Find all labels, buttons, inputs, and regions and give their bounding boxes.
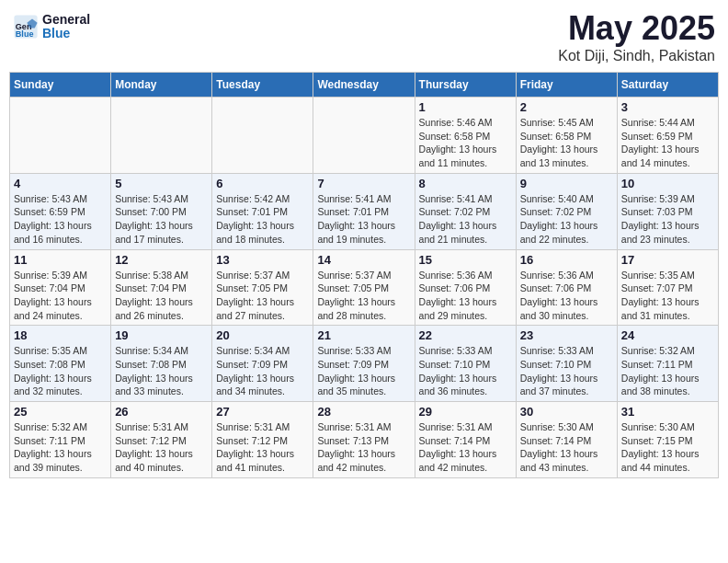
day-info: Sunrise: 5:34 AM Sunset: 7:09 PM Dayligh… (216, 344, 309, 398)
calendar-week-3: 11Sunrise: 5:39 AM Sunset: 7:04 PM Dayli… (10, 249, 719, 326)
day-info: Sunrise: 5:33 AM Sunset: 7:10 PM Dayligh… (520, 344, 613, 398)
day-number: 21 (317, 328, 410, 342)
day-number: 22 (419, 328, 512, 342)
day-number: 28 (317, 405, 410, 419)
day-number: 8 (419, 177, 512, 190)
day-number: 5 (115, 177, 208, 190)
day-info: Sunrise: 5:31 AM Sunset: 7:13 PM Dayligh… (317, 420, 410, 475)
calendar-week-2: 4Sunrise: 5:43 AM Sunset: 6:59 PM Daylig… (10, 173, 719, 249)
weekday-header-sunday: Sunday (10, 73, 111, 98)
logo-text: General Blue (42, 13, 90, 41)
page-title: May 2025 (558, 9, 715, 48)
weekday-header-friday: Friday (516, 73, 617, 98)
day-info: Sunrise: 5:36 AM Sunset: 7:06 PM Dayligh… (419, 269, 512, 323)
day-info: Sunrise: 5:33 AM Sunset: 7:10 PM Dayligh… (419, 344, 512, 398)
calendar-cell: 14Sunrise: 5:37 AM Sunset: 7:05 PM Dayli… (313, 249, 415, 326)
calendar-cell: 10Sunrise: 5:39 AM Sunset: 7:03 PM Dayli… (617, 173, 718, 249)
day-info: Sunrise: 5:39 AM Sunset: 7:03 PM Dayligh… (621, 192, 714, 247)
day-info: Sunrise: 5:41 AM Sunset: 7:02 PM Dayligh… (419, 192, 512, 247)
logo-blue: Blue (42, 27, 90, 40)
day-number: 29 (419, 405, 512, 419)
calendar-cell: 7Sunrise: 5:41 AM Sunset: 7:01 PM Daylig… (313, 173, 415, 249)
day-number: 16 (520, 253, 613, 267)
day-info: Sunrise: 5:40 AM Sunset: 7:02 PM Dayligh… (520, 192, 613, 247)
logo-general: General (42, 13, 90, 27)
day-number: 30 (520, 405, 613, 419)
calendar-cell: 31Sunrise: 5:30 AM Sunset: 7:15 PM Dayli… (617, 402, 718, 478)
day-info: Sunrise: 5:37 AM Sunset: 7:05 PM Dayligh… (317, 269, 410, 323)
day-info: Sunrise: 5:39 AM Sunset: 7:04 PM Dayligh… (14, 269, 107, 323)
day-number: 17 (621, 253, 714, 267)
day-info: Sunrise: 5:45 AM Sunset: 6:58 PM Dayligh… (520, 116, 613, 170)
calendar-cell: 1Sunrise: 5:46 AM Sunset: 6:58 PM Daylig… (415, 98, 516, 174)
calendar-cell: 6Sunrise: 5:42 AM Sunset: 7:01 PM Daylig… (212, 173, 313, 249)
calendar-cell: 8Sunrise: 5:41 AM Sunset: 7:02 PM Daylig… (415, 173, 516, 249)
calendar-cell: 15Sunrise: 5:36 AM Sunset: 7:06 PM Dayli… (415, 249, 516, 326)
calendar-cell: 3Sunrise: 5:44 AM Sunset: 6:59 PM Daylig… (617, 98, 718, 174)
logo-icon: Gen Blue (13, 14, 39, 40)
day-info: Sunrise: 5:31 AM Sunset: 7:12 PM Dayligh… (216, 420, 309, 475)
day-number: 11 (14, 253, 107, 267)
calendar-cell: 21Sunrise: 5:33 AM Sunset: 7:09 PM Dayli… (313, 326, 415, 402)
day-info: Sunrise: 5:30 AM Sunset: 7:14 PM Dayligh… (520, 420, 613, 475)
day-number: 20 (216, 328, 309, 342)
calendar-cell (212, 98, 313, 174)
day-info: Sunrise: 5:44 AM Sunset: 6:59 PM Dayligh… (621, 116, 714, 170)
calendar-cell: 27Sunrise: 5:31 AM Sunset: 7:12 PM Dayli… (212, 402, 313, 478)
calendar-cell: 24Sunrise: 5:32 AM Sunset: 7:11 PM Dayli… (617, 326, 718, 402)
calendar-cell (10, 98, 111, 174)
calendar-cell: 25Sunrise: 5:32 AM Sunset: 7:11 PM Dayli… (10, 402, 111, 478)
day-info: Sunrise: 5:42 AM Sunset: 7:01 PM Dayligh… (216, 192, 309, 247)
day-number: 25 (14, 405, 107, 419)
day-number: 18 (14, 328, 107, 342)
day-info: Sunrise: 5:46 AM Sunset: 6:58 PM Dayligh… (419, 116, 512, 170)
day-number: 10 (621, 177, 714, 190)
calendar-cell: 11Sunrise: 5:39 AM Sunset: 7:04 PM Dayli… (10, 249, 111, 326)
day-info: Sunrise: 5:38 AM Sunset: 7:04 PM Dayligh… (115, 269, 208, 323)
day-info: Sunrise: 5:35 AM Sunset: 7:08 PM Dayligh… (14, 344, 107, 398)
calendar-header: SundayMondayTuesdayWednesdayThursdayFrid… (10, 73, 719, 98)
weekday-header-wednesday: Wednesday (313, 73, 415, 98)
calendar-cell: 5Sunrise: 5:43 AM Sunset: 7:00 PM Daylig… (111, 173, 212, 249)
calendar-cell: 9Sunrise: 5:40 AM Sunset: 7:02 PM Daylig… (516, 173, 617, 249)
day-number: 1 (419, 100, 512, 114)
header: Gen Blue General Blue May 2025 Kot Diji,… (9, 9, 719, 64)
calendar-cell: 17Sunrise: 5:35 AM Sunset: 7:07 PM Dayli… (617, 249, 718, 326)
calendar-cell: 20Sunrise: 5:34 AM Sunset: 7:09 PM Dayli… (212, 326, 313, 402)
calendar-cell: 13Sunrise: 5:37 AM Sunset: 7:05 PM Dayli… (212, 249, 313, 326)
day-info: Sunrise: 5:33 AM Sunset: 7:09 PM Dayligh… (317, 344, 410, 398)
day-number: 7 (317, 177, 410, 190)
svg-text:Blue: Blue (16, 30, 34, 40)
day-info: Sunrise: 5:43 AM Sunset: 7:00 PM Dayligh… (115, 192, 208, 247)
day-number: 4 (14, 177, 107, 190)
day-info: Sunrise: 5:30 AM Sunset: 7:15 PM Dayligh… (621, 420, 714, 475)
calendar-cell (111, 98, 212, 174)
day-info: Sunrise: 5:34 AM Sunset: 7:08 PM Dayligh… (115, 344, 208, 398)
calendar-cell: 18Sunrise: 5:35 AM Sunset: 7:08 PM Dayli… (10, 326, 111, 402)
calendar-cell: 2Sunrise: 5:45 AM Sunset: 6:58 PM Daylig… (516, 98, 617, 174)
calendar-cell (313, 98, 415, 174)
day-number: 27 (216, 405, 309, 419)
day-number: 2 (520, 100, 613, 114)
day-number: 12 (115, 253, 208, 267)
calendar-cell: 26Sunrise: 5:31 AM Sunset: 7:12 PM Dayli… (111, 402, 212, 478)
calendar-cell: 19Sunrise: 5:34 AM Sunset: 7:08 PM Dayli… (111, 326, 212, 402)
calendar-week-4: 18Sunrise: 5:35 AM Sunset: 7:08 PM Dayli… (10, 326, 719, 402)
calendar-cell: 12Sunrise: 5:38 AM Sunset: 7:04 PM Dayli… (111, 249, 212, 326)
day-number: 26 (115, 405, 208, 419)
day-info: Sunrise: 5:36 AM Sunset: 7:06 PM Dayligh… (520, 269, 613, 323)
day-number: 31 (621, 405, 714, 419)
logo: Gen Blue General Blue (13, 13, 90, 41)
day-info: Sunrise: 5:37 AM Sunset: 7:05 PM Dayligh… (216, 269, 309, 323)
calendar-cell: 29Sunrise: 5:31 AM Sunset: 7:14 PM Dayli… (415, 402, 516, 478)
calendar: SundayMondayTuesdayWednesdayThursdayFrid… (9, 72, 719, 478)
calendar-cell: 22Sunrise: 5:33 AM Sunset: 7:10 PM Dayli… (415, 326, 516, 402)
title-area: May 2025 Kot Diji, Sindh, Pakistan (558, 9, 715, 64)
day-number: 14 (317, 253, 410, 267)
calendar-cell: 4Sunrise: 5:43 AM Sunset: 6:59 PM Daylig… (10, 173, 111, 249)
weekday-header-thursday: Thursday (415, 73, 516, 98)
day-number: 13 (216, 253, 309, 267)
weekday-row: SundayMondayTuesdayWednesdayThursdayFrid… (10, 73, 719, 98)
day-info: Sunrise: 5:35 AM Sunset: 7:07 PM Dayligh… (621, 269, 714, 323)
page-subtitle: Kot Diji, Sindh, Pakistan (558, 48, 715, 64)
